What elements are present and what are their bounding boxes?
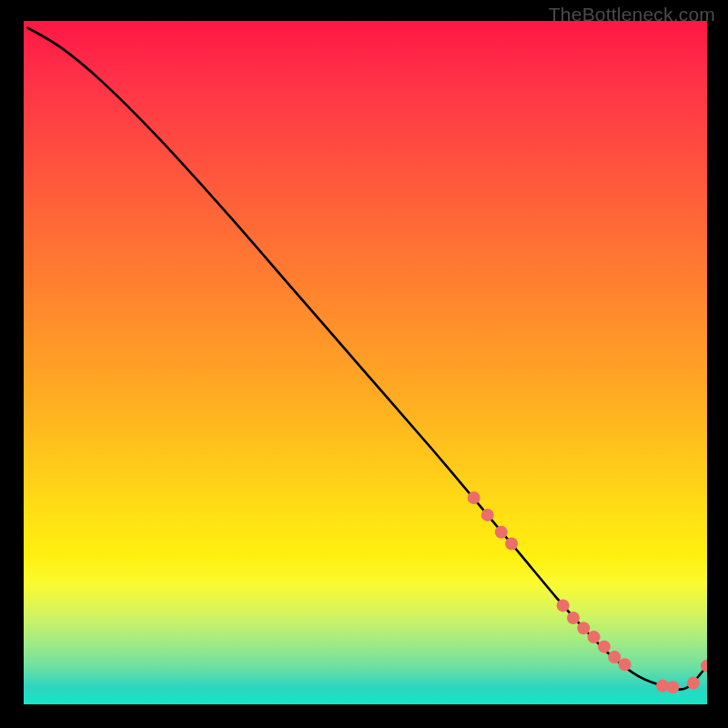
curve-marker	[557, 599, 570, 612]
curve-marker	[468, 491, 480, 504]
curve-marker	[567, 612, 580, 624]
curve-marker	[577, 622, 590, 634]
curve-marker	[666, 681, 679, 693]
curve-marker	[608, 651, 621, 663]
chart-overlay-svg	[21, 21, 707, 707]
curve-marker	[481, 509, 494, 521]
chart-stage: TheBottleneck.com	[0, 0, 728, 728]
curve-marker	[687, 677, 700, 690]
curve-markers	[468, 491, 707, 693]
curve-marker	[505, 538, 518, 551]
watermark-text: TheBottleneck.com	[549, 4, 715, 25]
plot-area	[21, 21, 707, 707]
curve-marker	[598, 641, 611, 653]
curve-marker	[495, 526, 508, 539]
curve-marker	[588, 631, 601, 643]
curve-marker	[619, 658, 632, 671]
curve-marker	[701, 660, 707, 672]
curve-line	[28, 28, 707, 690]
